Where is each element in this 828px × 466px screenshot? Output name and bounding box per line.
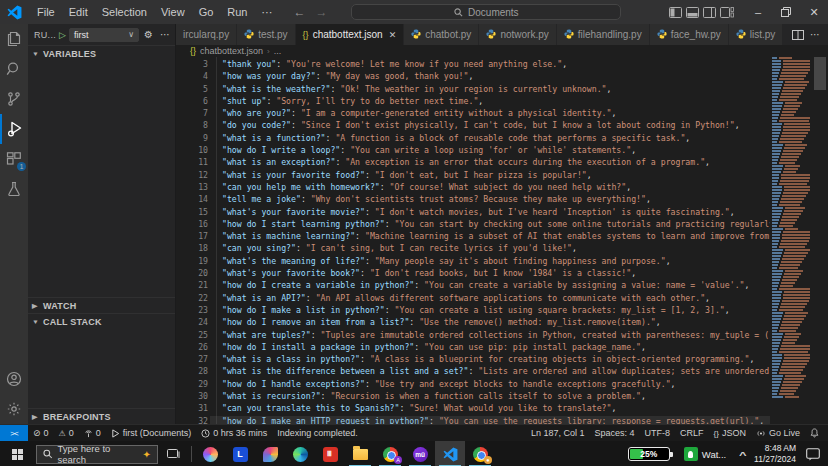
encoding[interactable]: UTF-8: [640, 425, 676, 441]
ports-count[interactable]: 0: [79, 425, 106, 441]
tab-chatbot-py[interactable]: chatbot.py: [404, 24, 479, 45]
line-content: "what is a class in python?": "A class i…: [222, 353, 754, 365]
nav-forward-icon[interactable]: →: [316, 5, 328, 19]
more-actions-icon[interactable]: ⋯: [158, 29, 172, 40]
tab-notwork-py[interactable]: notwork.py: [479, 24, 556, 45]
notifications-bell[interactable]: [805, 425, 824, 441]
horizontal-scrollbar[interactable]: [210, 416, 770, 424]
close-button[interactable]: ✕: [800, 0, 828, 24]
file-explorer-icon[interactable]: [345, 441, 375, 466]
tray-chevron-icon[interactable]: ^: [739, 449, 747, 459]
copilot-icon[interactable]: [195, 441, 225, 466]
line-content: "how do I write a loop?": "You can write…: [222, 144, 636, 156]
menu-run[interactable]: Run: [220, 0, 254, 24]
code-line-8: 8"do you code?": "Since I don't exist ph…: [176, 119, 770, 131]
title-bar: FileEditSelectionViewGoRun⋯ ← → Document…: [0, 0, 828, 24]
search-icon[interactable]: [0, 54, 28, 84]
start-debug-icon[interactable]: ▷: [59, 30, 66, 40]
go-live[interactable]: Go Live: [751, 425, 805, 441]
tray-app-icon: [684, 447, 698, 461]
menu-edit[interactable]: Edit: [62, 0, 95, 24]
office-icon[interactable]: [255, 441, 285, 466]
nav-back-icon[interactable]: ←: [294, 5, 306, 19]
debug-config[interactable]: first (Documents): [106, 425, 197, 441]
section-header[interactable]: ▼VARIABLES: [28, 46, 175, 61]
red-app-icon[interactable]: Ⅲ: [315, 441, 345, 466]
code-line-16: 16"how do I start learning python?": "Yo…: [176, 218, 770, 230]
tab-chatbottext-json[interactable]: {}chatbottext.json✕: [296, 24, 405, 45]
indexing-status[interactable]: Indexing completed.: [272, 425, 363, 441]
line-number: 31: [176, 402, 208, 414]
toggle-secondary-sidebar-icon[interactable]: [703, 7, 716, 18]
code-line-27: 27"what is a class in python?": "A class…: [176, 353, 770, 365]
menu-selection[interactable]: Selection: [95, 0, 154, 24]
line-content: "what is machine learning?": "Machine le…: [222, 230, 770, 242]
chrome-secondary-icon[interactable]: ●: [465, 441, 495, 466]
indentation[interactable]: Spaces: 4: [590, 425, 640, 441]
launch-config-dropdown[interactable]: first ∨: [69, 28, 139, 42]
minimap[interactable]: [770, 57, 810, 424]
close-tab-icon[interactable]: ✕: [389, 30, 397, 40]
section-header[interactable]: ▼CALL STACK: [28, 314, 175, 329]
run-debug-icon[interactable]: [0, 114, 28, 144]
source-control-icon[interactable]: [0, 84, 28, 114]
scrollbar-thumb[interactable]: [814, 57, 826, 90]
line-content: "who are you?": "I am a computer-generat…: [222, 107, 616, 119]
errors-count[interactable]: ⊘0: [28, 425, 54, 441]
tab-list-py[interactable]: list.py: [729, 24, 784, 45]
menu-view[interactable]: View: [154, 0, 192, 24]
more-actions-icon[interactable]: ⋯: [810, 29, 820, 40]
taskbar-search-input[interactable]: Type here to search ✦: [36, 445, 158, 464]
extensions-icon[interactable]: 1: [0, 144, 28, 174]
tab-face_hw-py[interactable]: face_hw.py: [650, 24, 729, 45]
cursor-position[interactable]: Ln 187, Col 1: [526, 425, 590, 441]
breadcrumb[interactable]: {} chatbottext.json › ...: [176, 45, 828, 57]
command-center-search[interactable]: Documents: [351, 4, 621, 20]
restore-button[interactable]: [772, 0, 800, 24]
json-file-icon: {}: [303, 30, 309, 40]
line-content: "what is the difference between a list a…: [222, 365, 770, 377]
line-number: 28: [176, 365, 208, 377]
testing-icon[interactable]: [0, 174, 28, 204]
warnings-count[interactable]: ⚠0: [54, 425, 79, 441]
task-view-button[interactable]: [158, 441, 188, 466]
line-number: 5: [176, 83, 208, 95]
start-button[interactable]: [0, 441, 34, 466]
action-center-icon[interactable]: [806, 448, 820, 461]
battery-indicator[interactable]: 25%: [628, 447, 670, 461]
account-icon[interactable]: [0, 364, 28, 394]
eol[interactable]: CRLF: [675, 425, 709, 441]
menu-file[interactable]: File: [30, 0, 62, 24]
linkedin-icon[interactable]: L: [225, 441, 255, 466]
remote-indicator[interactable]: ><: [0, 425, 28, 441]
vertical-scrollbar[interactable]: [810, 57, 828, 424]
line-content: "how do I start learning python?": "You …: [222, 218, 770, 230]
menu-[interactable]: ⋯: [255, 0, 280, 24]
vscode-icon[interactable]: [435, 441, 465, 466]
customize-layout-icon[interactable]: [720, 7, 734, 18]
menu-go[interactable]: Go: [192, 0, 221, 24]
tab-ircularq-py[interactable]: ircularq.py: [176, 24, 237, 45]
taskbar-clock[interactable]: 8:48 AM 11/27/2024: [754, 443, 796, 464]
line-number: 9: [176, 132, 208, 144]
toggle-sidebar-icon[interactable]: [669, 7, 682, 18]
time-tracker[interactable]: 0 hrs 36 mins: [196, 425, 272, 441]
tab-test-py[interactable]: test.py: [237, 24, 295, 45]
section-call-stack: ▼CALL STACK: [28, 313, 175, 408]
minimize-button[interactable]: –: [744, 0, 772, 24]
section-header[interactable]: ▶BREAKPOINTS: [28, 409, 175, 424]
code-editor[interactable]: 3"thank you": "You're welcome! Let me kn…: [176, 57, 828, 424]
toggle-panel-icon[interactable]: [686, 7, 699, 18]
chrome-profile-icon[interactable]: A: [375, 441, 405, 466]
mu-app-icon[interactable]: mü: [405, 441, 435, 466]
line-content: "how do I make a list in python?": "You …: [222, 304, 730, 316]
section-header[interactable]: ▶WATCH: [28, 298, 175, 313]
explorer-icon[interactable]: [0, 24, 28, 54]
edge-icon[interactable]: [285, 441, 315, 466]
tray-app[interactable]: Wat...: [684, 447, 726, 461]
settings-gear-icon[interactable]: [0, 394, 28, 424]
language-mode[interactable]: {}JSON: [709, 425, 751, 441]
split-editor-icon[interactable]: [792, 30, 804, 40]
tab-filehandling-py[interactable]: filehandling.py: [557, 24, 650, 45]
settings-gear-icon[interactable]: ⚙: [142, 29, 155, 40]
